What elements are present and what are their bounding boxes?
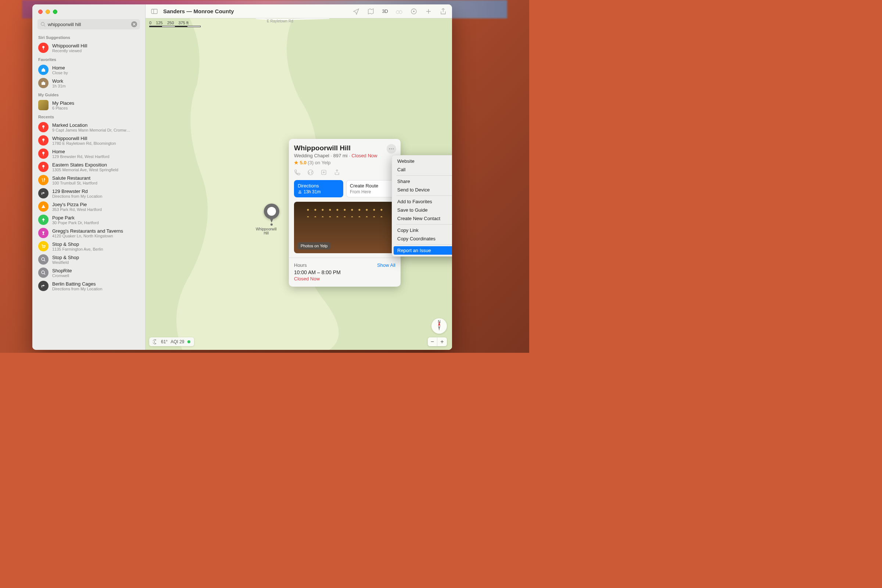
menu-item[interactable]: Copy Coordinates [394, 234, 452, 243]
svg-point-30 [391, 148, 392, 150]
show-all-hours[interactable]: Show All [377, 262, 395, 268]
zoom-window[interactable] [53, 9, 57, 14]
binoculars-icon[interactable] [395, 8, 403, 15]
pin-label: Whippoorwill Hill [256, 227, 277, 235]
item-title: 129 Brewster Rd [52, 189, 141, 194]
menu-item[interactable]: Add to Favorites [394, 197, 452, 206]
item-icon [38, 281, 48, 291]
menu-item[interactable]: Send to Device› [394, 186, 452, 194]
compass[interactable]: N [432, 318, 447, 334]
item-title: Stop & Shop [52, 255, 141, 260]
menu-item[interactable]: Share› [394, 177, 452, 186]
svg-point-25 [413, 10, 414, 12]
item-title: Marked Location [52, 122, 141, 128]
list-item[interactable]: Work1h 31m [38, 76, 142, 90]
item-title: ShopRite [52, 268, 141, 273]
menu-item[interactable]: Save to Guide› [394, 206, 452, 214]
svg-rect-7 [43, 127, 44, 129]
zoom-in[interactable]: + [437, 338, 447, 346]
add-guide-icon[interactable] [321, 169, 327, 176]
3d-toggle[interactable]: 3D [382, 9, 388, 14]
svg-rect-13 [43, 167, 44, 169]
item-icon [38, 241, 48, 251]
item-title: Gregg's Restaurants and Taverns [52, 228, 141, 234]
settings-icon[interactable] [410, 8, 417, 15]
list-item[interactable]: Whippoorwill Hill1780 E Rayletown Rd, Bl… [38, 134, 142, 147]
item-subtitle: 9 Capt James Mann Memorial Dr, Cromw… [52, 128, 141, 132]
item-icon [38, 100, 48, 110]
item-icon [38, 78, 48, 88]
svg-marker-37 [438, 326, 440, 331]
status-bar: 61° AQI 29 [149, 338, 194, 346]
item-icon [38, 43, 48, 53]
list-item[interactable]: Eastern States Exposition1305 Memorial A… [38, 160, 142, 174]
list-item[interactable]: Whippoorwill HillRecently viewed [38, 41, 142, 54]
list-item[interactable]: Salute Restaurant100 Trumbull St, Hartfo… [38, 174, 142, 187]
map-canvas[interactable]: E Rayletown Rd 0 125 250 375 ft Whippoor… [146, 18, 452, 350]
zoom-out[interactable]: − [428, 338, 437, 346]
list-item[interactable]: Home129 Brewster Rd, West Hartford [38, 147, 142, 160]
context-menu: WebsiteCallShare›Send to Device›Add to F… [392, 155, 452, 256]
map-pin[interactable] [264, 204, 279, 226]
map-area[interactable]: Sanders — Monroe County 3D E Rayletown R… [146, 4, 452, 350]
list-item[interactable]: Stop & Shop1135 Farmington Ave, Berlin [38, 240, 142, 253]
item-subtitle: 353 Park Rd, West Hartford [52, 207, 141, 212]
search-icon [40, 22, 46, 27]
search-field[interactable] [38, 19, 140, 29]
place-subtitle: Wedding Chapel · 897 mi · Closed Now [294, 153, 395, 158]
item-title: My Places [52, 100, 141, 106]
menu-item[interactable]: Report an Issue [394, 246, 452, 255]
sidebar: Siri Suggestions Whippoorwill HillRecent… [32, 4, 146, 350]
svg-point-14 [43, 248, 44, 248]
list-item[interactable]: HomeClose by [38, 63, 142, 76]
sidebar-toggle-icon[interactable] [151, 8, 158, 15]
item-title: Home [52, 149, 141, 154]
item-icon [38, 254, 48, 265]
item-subtitle: 1305 Memorial Ave, West Springfield [52, 168, 141, 172]
more-button[interactable] [387, 144, 396, 154]
svg-point-15 [44, 248, 45, 248]
list-item[interactable]: Pope Park30 Pope Park Dr, Hartford [38, 213, 142, 226]
item-subtitle: 1135 Farmington Ave, Berlin [52, 247, 141, 251]
svg-line-17 [44, 260, 45, 261]
hours-section: HoursShow All 10:00 AM – 8:00 PM Closed … [294, 262, 395, 282]
share-place-icon[interactable] [334, 169, 340, 176]
item-subtitle: Westfield [52, 260, 141, 265]
item-title: Pope Park [52, 215, 141, 220]
item-subtitle: 1h 31m [52, 84, 141, 88]
list-item[interactable]: ShopRiteCromwell [38, 266, 142, 279]
list-item[interactable]: Gregg's Restaurants and Taverns4120 Quak… [38, 226, 142, 240]
website-icon[interactable] [307, 169, 314, 176]
svg-point-29 [389, 148, 390, 150]
list-item[interactable]: Stop & ShopWestfield [38, 253, 142, 266]
share-icon[interactable] [440, 8, 447, 15]
location-arrow-icon[interactable] [352, 8, 360, 15]
list-item[interactable]: 129 Brewster RdDirections from My Locati… [38, 187, 142, 200]
list-item[interactable]: Marked Location9 Capt James Mann Memoria… [38, 120, 142, 134]
map-mode-icon[interactable] [367, 8, 375, 15]
place-photo[interactable]: Photos on Yelp [294, 202, 395, 253]
minimize-window[interactable] [46, 9, 50, 14]
menu-item[interactable]: Copy Link [394, 226, 452, 234]
menu-item[interactable]: Website [394, 157, 452, 165]
scale-bar: 0 125 250 375 ft [149, 21, 201, 27]
sidebar-list[interactable]: Siri Suggestions Whippoorwill HillRecent… [32, 32, 145, 350]
clear-search-icon[interactable] [131, 21, 137, 27]
add-icon[interactable] [425, 8, 432, 15]
menu-item[interactable]: Call [394, 165, 452, 174]
create-route-button[interactable]: Create Route From Here [346, 180, 395, 197]
item-subtitle: 129 Brewster Rd, West Hartford [52, 154, 141, 159]
search-input[interactable] [46, 22, 131, 27]
svg-point-16 [42, 258, 45, 261]
close-window[interactable] [38, 9, 43, 14]
svg-point-31 [393, 148, 394, 150]
item-subtitle: Directions from My Location [52, 286, 141, 291]
phone-icon[interactable] [294, 169, 301, 176]
menu-item[interactable]: Create New Contact [394, 214, 452, 223]
list-item[interactable]: Berlin Batting CagesDirections from My L… [38, 279, 142, 292]
svg-point-22 [396, 10, 399, 14]
list-item[interactable]: Joey's Pizza Pie353 Park Rd, West Hartfo… [38, 200, 142, 213]
item-icon [38, 135, 48, 146]
directions-button[interactable]: Directions 13h 31m [294, 180, 343, 197]
list-item[interactable]: My Places6 Places [38, 99, 142, 112]
